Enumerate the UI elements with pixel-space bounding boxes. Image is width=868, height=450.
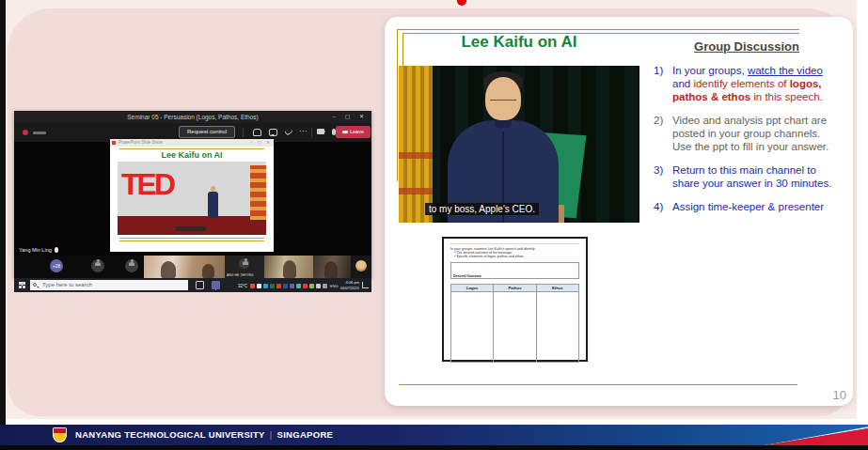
system-tray: 32°C ENG (238, 282, 339, 289)
task-view-icon[interactable] (196, 281, 204, 289)
chat-icon[interactable] (269, 129, 277, 136)
participant-video[interactable]: ANG HE ZHIYING (225, 256, 264, 278)
participant-avatar[interactable] (91, 259, 104, 272)
logos-pathos-ethos-table: Logos Pathos Ethos (450, 284, 579, 363)
recording-indicator-icon (23, 130, 28, 135)
participant-video[interactable] (351, 256, 371, 278)
left-black-edge (0, 0, 6, 429)
table-header-row: Logos Pathos Ethos (451, 285, 578, 292)
column-header-logos: Logos (451, 285, 494, 291)
ted-stage-floor (118, 216, 266, 235)
clock-date: 06/07/2021 (340, 286, 359, 291)
footer-red-swoosh (765, 425, 868, 445)
tray-app-icon[interactable] (250, 284, 255, 288)
discussion-item-4-text: Assign time-keeper & presenter (672, 200, 824, 213)
weather-temperature[interactable]: 32°C (238, 284, 247, 288)
discussion-item-2-text: Video and analysis ppt chart are posted … (672, 114, 840, 153)
participant-avatar (239, 258, 249, 269)
discussion-item-4: 4) Assign time-keeper & presenter (654, 200, 840, 213)
mini-speaker-figure (208, 192, 218, 218)
tray-app-icon[interactable] (309, 284, 314, 288)
mini-speaker-head (211, 186, 215, 192)
gold-border-left (397, 29, 398, 181)
tray-app-icon[interactable] (257, 284, 261, 288)
tray-app-icon[interactable] (276, 284, 281, 288)
ted-logo: TED (121, 167, 173, 202)
teams-taskbar-icon[interactable] (212, 281, 220, 289)
hidden-participants: +28 (14, 256, 144, 278)
footer-separator: | (270, 429, 273, 440)
share-link-icon[interactable] (284, 127, 293, 136)
gold-border-bottom (399, 384, 797, 385)
footer-text: NANYANG TECHNOLOGICAL UNIVERSITY|SINGAPO… (75, 425, 333, 445)
participant-video[interactable] (264, 256, 313, 278)
camera-icon[interactable] (317, 129, 324, 134)
bottom-black-edge (0, 445, 868, 450)
ntu-crest-logo (53, 427, 67, 442)
overflow-count-badge[interactable]: +28 (50, 259, 63, 272)
participant-photo-avatar (355, 260, 367, 272)
participant-video[interactable] (144, 256, 225, 278)
ntu-footer-bar: NANYANG TECHNOLOGICAL UNIVERSITY|SINGAPO… (0, 425, 868, 445)
search-icon (33, 283, 37, 287)
raise-hand-icon[interactable] (253, 129, 261, 136)
active-speaker-name: Yang Min Ling (19, 246, 58, 253)
tray-app-icon[interactable] (283, 284, 288, 288)
country-name: SINGAPORE (277, 429, 334, 440)
screenshot-root: Seminar 05 - Persuasion (Logos, Pathos, … (0, 0, 868, 450)
meeting-timer (33, 132, 46, 134)
mini-caption-bar (176, 226, 206, 231)
teams-titlebar: Seminar 05 - Persuasion (Logos, Pathos, … (14, 111, 371, 123)
hang-up-icon (342, 131, 348, 133)
tray-app-icon[interactable] (296, 284, 301, 288)
toolbar-divider (243, 128, 244, 137)
speaker-video-still: to my boss, Apple's CEO. (399, 66, 639, 223)
taskbar-clock[interactable]: 4:06 pm 06/07/2021 (340, 280, 359, 290)
column-header-pathos: Pathos (494, 285, 536, 291)
teams-meeting-window: Seminar 05 - Persuasion (Logos, Pathos, … (14, 111, 371, 278)
shared-powerpoint-window: PowerPoint Slide Show – ▢ ✕ Lee Kaifu on… (110, 139, 274, 252)
speaker-glasses (490, 96, 516, 101)
group-discussion-panel: Group Discussion 1) In your groups, watc… (654, 39, 840, 213)
tray-app-icon[interactable] (270, 284, 275, 288)
notification-center-icon[interactable] (362, 282, 369, 288)
tray-app-icon[interactable] (323, 284, 327, 288)
tray-app-icon[interactable] (303, 284, 308, 288)
discussion-item-3: 3) Return to this main channel to share … (654, 163, 840, 190)
windows-taskbar: Type here to search 32°C ENG 4:06 pm 06/… (14, 278, 371, 292)
ted-backdrop-panel (250, 165, 266, 220)
mandarin-collar (495, 120, 512, 128)
column-header-ethos: Ethos (537, 285, 578, 291)
participant-avatar[interactable] (125, 259, 138, 272)
analysis-worksheet-thumbnail: In your groups, examine Lee Kaifu's spee… (442, 237, 588, 362)
main-slide: Lee Kaifu on AI to my boss, Apple's CEO.… (385, 17, 853, 406)
worksheet-bullet: • Specific elements of logos, pathos and… (450, 255, 579, 258)
tray-app-icon[interactable] (290, 284, 294, 288)
tray-app-icon[interactable] (316, 284, 321, 288)
powerpoint-window-controls[interactable]: – ▢ ✕ (250, 139, 272, 147)
discussion-item-3-text: Return to this main channel to share you… (672, 163, 840, 190)
language-indicator[interactable]: ENG (330, 284, 339, 288)
university-name: NANYANG TECHNOLOGICAL UNIVERSITY (75, 429, 265, 440)
participant-video[interactable] (313, 256, 351, 278)
mini-slide-gold-rule (119, 148, 264, 149)
meeting-stage: PowerPoint Slide Show – ▢ ✕ Lee Kaifu on… (14, 142, 371, 256)
window-controls[interactable]: – ▢ ✕ (333, 111, 368, 123)
tray-app-icon[interactable] (263, 284, 268, 288)
watch-video-link[interactable]: watch the video (748, 65, 823, 76)
gold-border-top (397, 29, 799, 30)
leave-button[interactable]: Leave (336, 126, 371, 138)
powerpoint-titlebar: PowerPoint Slide Show – ▢ ✕ (110, 139, 274, 147)
mini-slide-gold-rule (119, 241, 264, 241)
worksheet-gold-rule (450, 243, 579, 244)
start-button-icon[interactable] (19, 282, 25, 288)
ted-talk-still: TED (118, 162, 266, 235)
taskbar-search-input[interactable]: Type here to search (30, 280, 188, 290)
video-subtitle: to my boss, Apple's CEO. (425, 203, 539, 215)
request-control-button[interactable]: Request control (179, 126, 235, 138)
more-options-icon[interactable]: ⋯ (299, 129, 308, 136)
yellow-stage-column (399, 66, 433, 223)
discussion-item-1-text: In your groups, watch the video and iden… (672, 64, 840, 103)
mic-muted-icon (55, 247, 58, 253)
participant-name: ANG HE ZHIYING (227, 273, 254, 277)
